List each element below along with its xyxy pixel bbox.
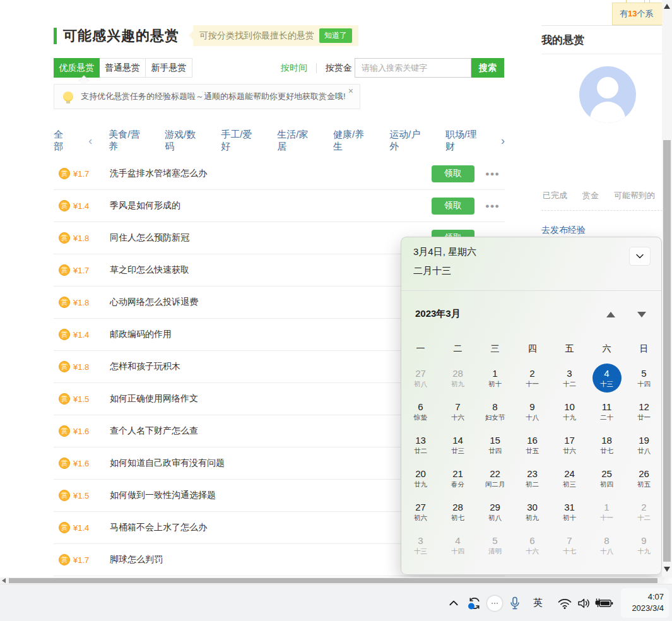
calendar-day[interactable]: 17 廿六	[551, 428, 588, 461]
more-options-icon[interactable]: ●●●	[485, 202, 500, 210]
category-item[interactable]: 手工/爱好	[221, 129, 260, 153]
calendar-day[interactable]: 30 初九	[514, 495, 551, 528]
got-it-button[interactable]: 知道了	[319, 28, 352, 43]
category-item[interactable]: 生活/家居	[277, 129, 316, 153]
task-title[interactable]: 脚球怎么判罚	[110, 554, 163, 565]
calendar-day[interactable]: 8 十八	[588, 528, 625, 562]
category-item[interactable]: 职场/理财	[445, 129, 485, 153]
search-input[interactable]	[355, 58, 471, 78]
calendar-day[interactable]: 27 初八	[402, 361, 439, 394]
task-title[interactable]: 马桶箱不会上水了怎么办	[110, 522, 207, 533]
calendar-day[interactable]: 3 十三	[402, 528, 439, 562]
chevron-right-icon[interactable]: ›	[501, 134, 505, 148]
publish-experience-link[interactable]: 去发布经验	[541, 225, 586, 236]
calendar-day[interactable]: 2 十一	[514, 361, 551, 394]
calendar-day[interactable]: 25 初四	[588, 461, 625, 495]
calendar-day[interactable]: 22 闰二月	[476, 461, 514, 495]
vertical-scrollbar[interactable]	[662, 0, 672, 577]
category-item[interactable]: 美食/营养	[109, 129, 148, 153]
calendar-day[interactable]: 28 初七	[439, 495, 476, 528]
task-title[interactable]: 如何正确使用网络作文	[110, 393, 198, 405]
task-title[interactable]: 邮政编码的作用	[110, 329, 172, 340]
calendar-day[interactable]: 6 惊蛰	[402, 394, 439, 428]
calendar-day[interactable]: 6 十六	[514, 528, 551, 562]
task-title[interactable]: 同住人怎么预防新冠	[110, 232, 189, 244]
calendar-month-label[interactable]: 2023年3月	[415, 308, 461, 320]
avatar[interactable]	[579, 66, 636, 123]
calendar-day[interactable]: 12 廿一	[625, 394, 663, 428]
task-title[interactable]: 洗手盆排水管堵塞怎么办	[110, 168, 207, 179]
task-title[interactable]: 如何知道自己政审有没有问题	[110, 458, 225, 469]
vertical-scrollbar-thumb[interactable]	[663, 140, 671, 562]
category-item[interactable]: 运动/户外	[389, 129, 428, 153]
taskbar-clock[interactable]: 4:07 2023/3/4	[621, 588, 669, 618]
tray-microphone-icon[interactable]	[509, 584, 521, 621]
task-title[interactable]: 怎样和孩子玩积木	[110, 361, 180, 372]
calendar-day[interactable]: 4 十四	[439, 528, 476, 562]
category-all[interactable]: 全部	[54, 129, 72, 153]
tray-ime-language[interactable]: 英	[533, 584, 543, 621]
claim-button[interactable]: 领取	[432, 165, 475, 182]
calendar-day[interactable]: 8 妇女节	[476, 394, 514, 428]
tray-app-badge-icon[interactable]	[487, 584, 502, 621]
calendar-day[interactable]: 13 廿二	[402, 428, 439, 461]
calendar-day[interactable]: 7 十七	[551, 528, 588, 562]
calendar-day[interactable]: 9 十九	[625, 528, 663, 562]
calendar-day[interactable]: 27 初六	[402, 495, 439, 528]
calendar-day[interactable]: 23 初二	[514, 461, 551, 495]
calendar-day[interactable]: 24 初三	[551, 461, 588, 495]
task-title[interactable]: 查个人名下财产怎么查	[110, 425, 198, 437]
tray-battery-icon[interactable]	[594, 584, 613, 621]
calendar-day[interactable]: 29 初八	[476, 495, 514, 528]
task-title[interactable]: 草之印怎么快速获取	[110, 264, 189, 276]
calendar-collapse-button[interactable]	[629, 247, 651, 266]
scroll-left-arrow-icon[interactable]	[2, 578, 6, 583]
task-title[interactable]: 如何做到一致性沟通选择题	[110, 490, 216, 501]
calendar-day[interactable]: 4 十三	[588, 361, 625, 394]
close-icon[interactable]: ×	[348, 86, 353, 96]
tray-wifi-icon[interactable]	[557, 584, 572, 621]
category-item[interactable]: 游戏/数码	[165, 129, 204, 153]
tab[interactable]: 新手悬赏	[146, 59, 192, 77]
sort-by-reward[interactable]: 按赏金	[326, 62, 352, 74]
horizontal-scrollbar[interactable]	[0, 577, 662, 584]
calendar-day[interactable]: 21 春分	[439, 461, 476, 495]
calendar-day[interactable]: 1 十一	[588, 495, 625, 528]
calendar-day[interactable]: 5 清明	[476, 528, 514, 562]
calendar-day[interactable]: 3 十二	[551, 361, 588, 394]
calendar-prev-month-button[interactable]	[606, 312, 615, 317]
calendar-day[interactable]: 31 初十	[551, 495, 588, 528]
calendar-day[interactable]: 26 初五	[625, 461, 663, 495]
calendar-day[interactable]: 10 十九	[551, 394, 588, 428]
calendar-day[interactable]: 14 廿三	[439, 428, 476, 461]
calendar-day[interactable]: 20 廿九	[402, 461, 439, 495]
calendar-day[interactable]: 15 廿四	[476, 428, 514, 461]
scroll-up-arrow-icon[interactable]	[664, 4, 670, 9]
category-item[interactable]: 健康/养生	[333, 129, 372, 153]
calendar-day[interactable]: 16 廿五	[514, 428, 551, 461]
tray-show-hidden-icons-button[interactable]	[448, 584, 459, 621]
calendar-day[interactable]: 2 十二	[625, 495, 663, 528]
calendar-day[interactable]: 28 初九	[439, 361, 476, 394]
task-title[interactable]: 季风是如何形成的	[110, 200, 180, 211]
more-options-icon[interactable]: ●●●	[485, 170, 500, 177]
scroll-down-arrow-icon[interactable]	[664, 567, 670, 572]
calendar-day[interactable]: 7 十六	[439, 394, 476, 428]
tray-sync-icon[interactable]	[467, 584, 482, 621]
calendar-day[interactable]: 5 十四	[625, 361, 663, 394]
calendar-day[interactable]: 1 初十	[476, 361, 514, 394]
sort-by-time[interactable]: 按时间	[281, 62, 307, 74]
tray-volume-icon[interactable]	[577, 584, 591, 621]
calendar-next-month-button[interactable]	[637, 312, 646, 317]
calendar-day[interactable]: 18 廿七	[588, 428, 625, 461]
chevron-left-icon[interactable]: ‹	[88, 134, 92, 148]
task-title[interactable]: 心动网络怎么投诉退费	[110, 297, 198, 308]
calendar-day[interactable]: 9 十八	[514, 394, 551, 428]
calendar-day[interactable]: 19 廿八	[625, 428, 663, 461]
calendar-day[interactable]: 11 二十	[588, 394, 625, 428]
claim-button[interactable]: 领取	[432, 198, 475, 215]
search-button[interactable]: 搜索	[471, 58, 504, 78]
horizontal-scrollbar-thumb[interactable]	[9, 578, 657, 583]
tab[interactable]: 优质悬赏	[54, 58, 100, 78]
tab[interactable]: 普通悬赏	[100, 59, 146, 77]
